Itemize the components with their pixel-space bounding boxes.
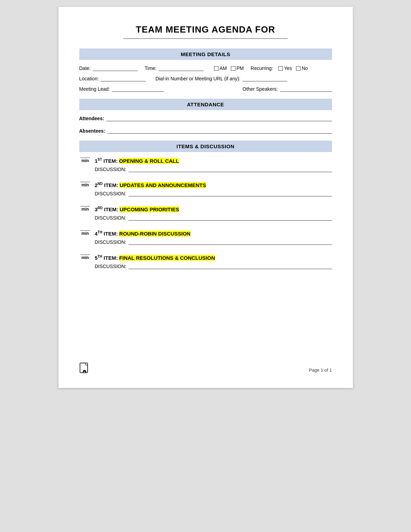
other-speakers-label: Other Speakers:: [243, 86, 278, 92]
item-2-min-line[interactable]: [80, 182, 90, 182]
recurring-label: Recurring:: [251, 65, 273, 71]
attendance-section: ATTENDANCE Attendees: Absentees:: [79, 99, 332, 134]
item-2-text: ITEM:: [104, 182, 119, 188]
time-label: Time:: [145, 65, 157, 71]
meeting-lead-left: Meeting Lead:: [79, 86, 164, 92]
item-2-number: 2ND: [95, 182, 103, 188]
items-section: ITEMS & DISCUSSION min 1ST ITEM: OPENING…: [79, 141, 332, 269]
yes-checkbox-item[interactable]: Yes: [278, 65, 292, 71]
item-2-discussion-field[interactable]: [128, 191, 332, 196]
item-5-discussion-row: DISCUSSION:: [95, 264, 332, 269]
footer: e Page 1 of 1: [79, 363, 332, 378]
no-checkbox-item[interactable]: No: [296, 65, 308, 71]
item-3-discussion-row: DISCUSSION:: [95, 215, 332, 221]
yes-checkbox[interactable]: [278, 66, 283, 71]
agenda-item-2: min 2ND ITEM: UPDATES AND ANNOUNCEMENTS …: [79, 182, 332, 196]
footer-icon: e: [79, 363, 90, 378]
absentees-row: Absentees:: [79, 128, 332, 134]
item-5-min-line[interactable]: [80, 255, 90, 255]
item-1-discussion-row: DISCUSSION:: [95, 167, 332, 172]
item-5-text: ITEM:: [104, 255, 119, 261]
item-5-sup: TH: [98, 255, 102, 258]
item-3-discussion-field[interactable]: [128, 215, 332, 221]
item-3-discussion-label: DISCUSSION:: [95, 215, 126, 221]
item-4-min-line[interactable]: [80, 230, 90, 231]
document-page: TEAM MEETING AGENDA FOR MEETING DETAILS …: [59, 7, 353, 388]
lead-speakers-row: Meeting Lead: Other Speakers:: [79, 86, 332, 92]
meeting-details-header: MEETING DETAILS: [79, 48, 332, 60]
title-underline: [123, 38, 288, 39]
item-4-sup: TH: [98, 230, 102, 234]
item-3-sup: RD: [98, 206, 102, 210]
meeting-lead-field[interactable]: [112, 86, 164, 92]
item-1-min-label: min: [81, 158, 89, 163]
item-5-min-label: min: [81, 255, 89, 260]
pm-checkbox-item[interactable]: PM: [231, 65, 244, 71]
attendees-label: Attendees:: [79, 116, 104, 121]
item-1-highlight: OPENING & ROLL CALL: [119, 158, 179, 164]
location-label: Location:: [79, 76, 99, 81]
item-1-discussion-label: DISCUSSION:: [95, 167, 126, 172]
date-field[interactable]: [93, 65, 138, 71]
svg-rect-1: [86, 363, 88, 365]
item-4-discussion-label: DISCUSSION:: [95, 239, 126, 245]
am-pm-group: AM PM: [214, 65, 244, 71]
item-4-header: min 4TH ITEM: ROUND-ROBIN DISCUSSION: [79, 230, 332, 237]
item-4-text: ITEM:: [104, 231, 119, 237]
agenda-item-3: min 3RD ITEM: UPCOMING PRIORITIES DISCUS…: [79, 206, 332, 221]
pm-checkbox[interactable]: [231, 66, 235, 71]
item-3-text: ITEM:: [104, 206, 119, 212]
item-2-min-label: min: [81, 183, 89, 187]
no-label: No: [302, 65, 308, 71]
item-5-title: 5TH ITEM: FINAL RESOLUTIONS & CONCLUSION: [95, 255, 215, 261]
item-3-min-label: min: [81, 207, 89, 212]
yes-label: Yes: [284, 65, 292, 71]
item-4-title: 4TH ITEM: ROUND-ROBIN DISCUSSION: [95, 230, 191, 237]
item-2-title: 2ND ITEM: UPDATES AND ANNOUNCEMENTS: [95, 182, 206, 188]
location-row: Location: Dial-in Number or Meeting URL …: [79, 76, 332, 81]
item-2-sup: ND: [98, 182, 102, 186]
absentees-label: Absentees:: [79, 128, 105, 134]
item-5-discussion-field[interactable]: [128, 264, 332, 269]
item-4-discussion-field[interactable]: [128, 239, 332, 245]
location-field[interactable]: [101, 76, 146, 81]
other-speakers-right: Other Speakers:: [243, 86, 332, 92]
item-1-discussion-field[interactable]: [128, 167, 332, 172]
item-1-text: ITEM:: [104, 158, 119, 164]
item-2-discussion-row: DISCUSSION:: [95, 191, 332, 196]
item-1-number: 1ST: [95, 158, 102, 164]
item-2-highlight: UPDATES AND ANNOUNCEMENTS: [119, 182, 206, 188]
footer-page-label: Page 1 of 1: [309, 367, 332, 373]
item-1-min-line[interactable]: [80, 158, 90, 158]
other-speakers-field[interactable]: [280, 86, 332, 92]
item-1-header: min 1ST ITEM: OPENING & ROLL CALL: [79, 158, 332, 164]
item-4-discussion-row: DISCUSSION:: [95, 239, 332, 245]
meeting-details-section: MEETING DETAILS Date: Time: AM PM Recu: [79, 48, 332, 92]
item-3-min-block: min: [79, 206, 91, 212]
agenda-item-1: min 1ST ITEM: OPENING & ROLL CALL DISCUS…: [79, 158, 332, 172]
dialin-field[interactable]: [242, 76, 287, 81]
am-checkbox-item[interactable]: AM: [214, 65, 227, 71]
no-checkbox[interactable]: [296, 66, 301, 71]
item-1-sup: ST: [98, 158, 102, 161]
item-3-title: 3RD ITEM: UPCOMING PRIORITIES: [95, 206, 179, 212]
am-checkbox[interactable]: [214, 66, 218, 71]
attendees-row: Attendees:: [79, 116, 332, 121]
date-label: Date:: [79, 65, 91, 71]
absentees-field[interactable]: [107, 128, 332, 134]
item-2-header: min 2ND ITEM: UPDATES AND ANNOUNCEMENTS: [79, 182, 332, 188]
item-3-header: min 3RD ITEM: UPCOMING PRIORITIES: [79, 206, 332, 212]
item-5-min-block: min: [79, 255, 91, 260]
item-3-min-line[interactable]: [80, 206, 90, 206]
item-2-discussion-label: DISCUSSION:: [95, 191, 126, 196]
item-1-title: 1ST ITEM: OPENING & ROLL CALL: [95, 158, 179, 164]
item-3-highlight: UPCOMING PRIORITIES: [119, 206, 179, 212]
agenda-item-4: min 4TH ITEM: ROUND-ROBIN DISCUSSION DIS…: [79, 230, 332, 245]
time-field[interactable]: [159, 65, 204, 71]
attendance-header: ATTENDANCE: [79, 99, 332, 110]
item-3-number: 3RD: [95, 206, 103, 212]
attendees-field[interactable]: [106, 116, 332, 121]
item-4-highlight: ROUND-ROBIN DISCUSSION: [119, 231, 190, 237]
recurring-group: Yes No: [278, 65, 308, 71]
page-title: TEAM MEETING AGENDA FOR: [79, 24, 332, 35]
